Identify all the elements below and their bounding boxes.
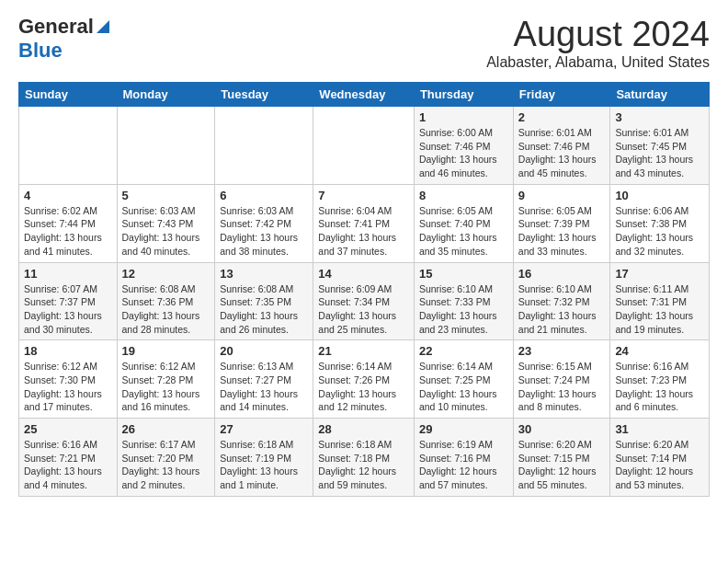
day-number: 15	[419, 267, 508, 281]
day-info: Sunrise: 6:18 AMSunset: 7:18 PMDaylight:…	[318, 438, 409, 492]
table-row: 13Sunrise: 6:08 AMSunset: 7:35 PMDayligh…	[215, 262, 313, 340]
table-row: 31Sunrise: 6:20 AMSunset: 7:14 PMDayligh…	[610, 419, 710, 497]
table-row: 8Sunrise: 6:05 AMSunset: 7:40 PMDaylight…	[414, 184, 513, 262]
calendar-week-row: 11Sunrise: 6:07 AMSunset: 7:37 PMDayligh…	[19, 262, 710, 340]
table-row: 18Sunrise: 6:12 AMSunset: 7:30 PMDayligh…	[19, 340, 118, 419]
day-info: Sunrise: 6:01 AMSunset: 7:45 PMDaylight:…	[615, 126, 704, 180]
table-row: 29Sunrise: 6:19 AMSunset: 7:16 PMDayligh…	[414, 419, 513, 497]
day-info: Sunrise: 6:18 AMSunset: 7:19 PMDaylight:…	[220, 438, 308, 492]
header-wednesday: Wednesday	[313, 83, 415, 107]
day-number: 26	[122, 422, 210, 436]
day-number: 8	[419, 189, 508, 202]
day-info: Sunrise: 6:03 AMSunset: 7:43 PMDaylight:…	[122, 204, 210, 259]
header-thursday: Thursday	[414, 83, 513, 107]
day-info: Sunrise: 6:03 AMSunset: 7:42 PMDaylight:…	[220, 204, 308, 259]
logo-blue-text: Blue	[18, 39, 109, 63]
table-row: 27Sunrise: 6:18 AMSunset: 7:19 PMDayligh…	[215, 419, 313, 497]
table-row: 16Sunrise: 6:10 AMSunset: 7:32 PMDayligh…	[513, 262, 610, 340]
day-info: Sunrise: 6:14 AMSunset: 7:25 PMDaylight:…	[419, 360, 508, 414]
day-number: 14	[318, 267, 409, 281]
day-number: 10	[615, 189, 704, 202]
day-info: Sunrise: 6:13 AMSunset: 7:27 PMDaylight:…	[220, 360, 308, 414]
calendar-title: August 2024	[486, 15, 710, 54]
day-info: Sunrise: 6:16 AMSunset: 7:23 PMDaylight:…	[615, 360, 704, 414]
logo-arrow-icon	[97, 20, 109, 33]
table-row: 15Sunrise: 6:10 AMSunset: 7:33 PMDayligh…	[414, 262, 513, 340]
header-sunday: Sunday	[19, 83, 118, 107]
table-row: 20Sunrise: 6:13 AMSunset: 7:27 PMDayligh…	[215, 340, 313, 419]
day-number: 19	[122, 344, 210, 358]
day-number: 23	[518, 344, 606, 358]
day-info: Sunrise: 6:08 AMSunset: 7:36 PMDaylight:…	[122, 282, 210, 337]
day-number: 5	[122, 189, 210, 202]
table-row: 26Sunrise: 6:17 AMSunset: 7:20 PMDayligh…	[117, 419, 215, 497]
day-info: Sunrise: 6:04 AMSunset: 7:41 PMDaylight:…	[318, 204, 409, 259]
day-info: Sunrise: 6:17 AMSunset: 7:20 PMDaylight:…	[122, 438, 210, 492]
day-number: 3	[615, 110, 704, 124]
day-number: 4	[24, 189, 112, 202]
table-row: 22Sunrise: 6:14 AMSunset: 7:25 PMDayligh…	[414, 340, 513, 419]
table-row: 1Sunrise: 6:00 AMSunset: 7:46 PMDaylight…	[414, 107, 513, 185]
table-row: 21Sunrise: 6:14 AMSunset: 7:26 PMDayligh…	[313, 340, 415, 419]
day-info: Sunrise: 6:05 AMSunset: 7:39 PMDaylight:…	[518, 204, 606, 259]
day-number: 18	[24, 344, 112, 358]
logo-general-text: General	[18, 15, 94, 39]
day-number: 16	[518, 267, 606, 281]
table-row: 5Sunrise: 6:03 AMSunset: 7:43 PMDaylight…	[117, 184, 215, 262]
day-info: Sunrise: 6:00 AMSunset: 7:46 PMDaylight:…	[419, 126, 508, 180]
day-number: 30	[518, 422, 606, 436]
table-row: 4Sunrise: 6:02 AMSunset: 7:44 PMDaylight…	[19, 184, 118, 262]
day-info: Sunrise: 6:06 AMSunset: 7:38 PMDaylight:…	[615, 204, 704, 259]
day-info: Sunrise: 6:20 AMSunset: 7:14 PMDaylight:…	[615, 438, 704, 492]
day-number: 24	[615, 344, 704, 358]
calendar-week-row: 1Sunrise: 6:00 AMSunset: 7:46 PMDaylight…	[19, 107, 710, 185]
day-number: 17	[615, 267, 704, 281]
day-info: Sunrise: 6:05 AMSunset: 7:40 PMDaylight:…	[419, 204, 508, 259]
day-info: Sunrise: 6:10 AMSunset: 7:32 PMDaylight:…	[518, 282, 606, 337]
table-row	[19, 107, 118, 185]
day-number: 21	[318, 344, 409, 358]
calendar-week-row: 4Sunrise: 6:02 AMSunset: 7:44 PMDaylight…	[19, 184, 710, 262]
table-row: 24Sunrise: 6:16 AMSunset: 7:23 PMDayligh…	[610, 340, 710, 419]
day-info: Sunrise: 6:12 AMSunset: 7:30 PMDaylight:…	[24, 360, 112, 414]
table-row: 10Sunrise: 6:06 AMSunset: 7:38 PMDayligh…	[610, 184, 710, 262]
table-row: 6Sunrise: 6:03 AMSunset: 7:42 PMDaylight…	[215, 184, 313, 262]
table-row: 12Sunrise: 6:08 AMSunset: 7:36 PMDayligh…	[117, 262, 215, 340]
table-row	[313, 107, 415, 185]
day-info: Sunrise: 6:10 AMSunset: 7:33 PMDaylight:…	[419, 282, 508, 337]
table-row: 11Sunrise: 6:07 AMSunset: 7:37 PMDayligh…	[19, 262, 118, 340]
table-row: 30Sunrise: 6:20 AMSunset: 7:15 PMDayligh…	[513, 419, 610, 497]
day-info: Sunrise: 6:14 AMSunset: 7:26 PMDaylight:…	[318, 360, 409, 414]
day-number: 29	[419, 422, 508, 436]
day-number: 9	[518, 189, 606, 202]
table-row: 23Sunrise: 6:15 AMSunset: 7:24 PMDayligh…	[513, 340, 610, 419]
day-number: 11	[24, 267, 112, 281]
day-info: Sunrise: 6:12 AMSunset: 7:28 PMDaylight:…	[122, 360, 210, 414]
day-number: 12	[122, 267, 210, 281]
table-row: 3Sunrise: 6:01 AMSunset: 7:45 PMDaylight…	[610, 107, 710, 185]
table-row: 14Sunrise: 6:09 AMSunset: 7:34 PMDayligh…	[313, 262, 415, 340]
table-row: 25Sunrise: 6:16 AMSunset: 7:21 PMDayligh…	[19, 419, 118, 497]
calendar-subtitle: Alabaster, Alabama, United States	[486, 54, 710, 71]
day-info: Sunrise: 6:02 AMSunset: 7:44 PMDaylight:…	[24, 204, 112, 259]
day-info: Sunrise: 6:08 AMSunset: 7:35 PMDaylight:…	[220, 282, 308, 337]
table-row: 17Sunrise: 6:11 AMSunset: 7:31 PMDayligh…	[610, 262, 710, 340]
table-row	[117, 107, 215, 185]
day-number: 13	[220, 267, 308, 281]
day-info: Sunrise: 6:15 AMSunset: 7:24 PMDaylight:…	[518, 360, 606, 414]
day-info: Sunrise: 6:19 AMSunset: 7:16 PMDaylight:…	[419, 438, 508, 492]
day-number: 6	[220, 189, 308, 202]
day-number: 27	[220, 422, 308, 436]
day-info: Sunrise: 6:07 AMSunset: 7:37 PMDaylight:…	[24, 282, 112, 337]
header-friday: Friday	[513, 83, 610, 107]
header-tuesday: Tuesday	[215, 83, 313, 107]
day-number: 7	[318, 189, 409, 202]
day-number: 22	[419, 344, 508, 358]
day-number: 2	[518, 110, 606, 124]
page-header: General Blue August 2024 Alabaster, Alab…	[18, 15, 710, 71]
day-number: 20	[220, 344, 308, 358]
logo: General Blue	[18, 15, 109, 63]
calendar-table: Sunday Monday Tuesday Wednesday Thursday…	[18, 82, 710, 497]
calendar-week-row: 18Sunrise: 6:12 AMSunset: 7:30 PMDayligh…	[19, 340, 710, 419]
table-row: 2Sunrise: 6:01 AMSunset: 7:46 PMDaylight…	[513, 107, 610, 185]
